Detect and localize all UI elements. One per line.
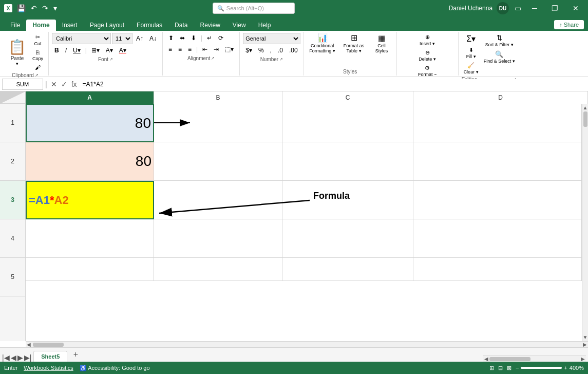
insert-button[interactable]: ⊕ Insert ▾ (416, 33, 439, 47)
row-header-5[interactable]: 5 (0, 258, 25, 296)
sheet-h-scrollbar[interactable]: ◀ ▶ (483, 356, 586, 362)
bold-button[interactable]: B (52, 45, 62, 55)
cell-b4[interactable] (154, 219, 282, 258)
scroll-down-button[interactable]: ▼ (583, 334, 588, 340)
zoom-out-button[interactable]: − (516, 365, 519, 371)
row-header-1[interactable]: 1 (0, 104, 25, 142)
clear-button[interactable]: 🧹 Clear ▾ (462, 61, 481, 76)
italic-button[interactable]: I (63, 45, 69, 55)
alignment-expand-icon[interactable]: ↗ (211, 56, 215, 61)
sheet-first-icon[interactable]: |◀ (2, 353, 10, 362)
percent-button[interactable]: % (256, 45, 267, 55)
tab-formulas[interactable]: Formulas (130, 20, 168, 31)
conditional-formatting-button[interactable]: 📊 Conditional Formatting ▾ (307, 33, 338, 53)
share-button[interactable]: ↑ Share (554, 20, 584, 29)
align-right-button[interactable]: ≡ (185, 44, 194, 54)
customize-icon[interactable]: ▾ (52, 3, 59, 13)
redo-icon[interactable]: ↷ (41, 3, 50, 13)
fill-color-button[interactable]: A▾ (103, 45, 116, 55)
view-layout-icon[interactable]: ⊟ (498, 365, 503, 371)
merge-button[interactable]: ⬚▾ (222, 44, 236, 54)
cell-a1[interactable]: 80 (26, 104, 154, 142)
zoom-slider[interactable] (521, 367, 562, 369)
cell-b2[interactable] (154, 142, 282, 181)
format-as-table-button[interactable]: ⊞ Format as Table ▾ (340, 33, 368, 53)
cell-styles-button[interactable]: ▦ Cell Styles (370, 33, 393, 53)
scroll-up-button[interactable]: ▲ (583, 105, 588, 110)
delete-button[interactable]: ⊖ Delete ▾ (416, 48, 439, 63)
increase-indent-button[interactable]: ⇥ (211, 44, 221, 54)
sort-filter-button[interactable]: ⇅ Sort & Filter ▾ (482, 33, 517, 48)
cell-d5[interactable] (413, 258, 582, 281)
user-avatar[interactable]: DU (497, 2, 509, 14)
add-sheet-button[interactable]: + (69, 348, 82, 361)
formula-input[interactable] (81, 79, 586, 90)
align-middle-button[interactable]: ⬌ (177, 33, 187, 43)
number-expand-icon[interactable]: ↗ (279, 57, 283, 62)
cell-b5[interactable] (154, 258, 282, 281)
align-left-button[interactable]: ≡ (166, 44, 175, 54)
workbook-statistics[interactable]: Workbook Statistics (24, 365, 73, 371)
tab-file[interactable]: File (4, 20, 26, 31)
font-size-increase-button[interactable]: A↑ (134, 33, 146, 44)
cell-d1[interactable] (413, 104, 582, 142)
align-center-button[interactable]: ≡ (176, 44, 184, 54)
col-header-d[interactable]: D (413, 91, 588, 104)
search-box[interactable]: 🔍 Search (Alt+Q) (213, 3, 295, 14)
sheet-scroll-left[interactable]: ◀ (484, 356, 488, 362)
vertical-scrollbar[interactable]: ▲ ▼ (582, 104, 588, 341)
cell-c1[interactable] (282, 104, 413, 142)
paste-button[interactable]: 📋 Paste ▾ (5, 36, 29, 68)
cell-c5[interactable] (282, 258, 413, 281)
cell-c4[interactable] (282, 219, 413, 258)
col-header-a[interactable]: A (26, 91, 154, 104)
row-header-3[interactable]: 3 (0, 181, 25, 219)
tab-help[interactable]: Help (252, 20, 277, 31)
sheet-tab-sheet5[interactable]: Sheet5 (33, 351, 67, 362)
copy-button[interactable]: ⎘ Copy (30, 48, 45, 62)
scroll-left-button[interactable]: ◀ (27, 342, 31, 347)
save-icon[interactable]: 💾 (15, 3, 27, 13)
cell-a2[interactable]: 80 (26, 142, 154, 181)
tab-insert[interactable]: Insert (56, 20, 84, 31)
cell-b1[interactable] (154, 104, 282, 142)
cell-d4[interactable] (413, 219, 582, 258)
tab-page-layout[interactable]: Page Layout (84, 20, 130, 31)
sheet-last-icon[interactable]: ▶| (24, 353, 32, 362)
row-header-2[interactable]: 2 (0, 142, 25, 181)
number-format-select[interactable]: General (243, 33, 300, 44)
fill-button[interactable]: ⬇ Fill ▾ (462, 46, 481, 60)
sheet-prev-icon[interactable]: ◀ (11, 353, 16, 362)
view-normal-icon[interactable]: ⊞ (489, 365, 494, 371)
cell-d2[interactable] (413, 142, 582, 181)
close-button[interactable]: ✕ (567, 2, 584, 14)
comma-button[interactable]: , (268, 45, 274, 55)
zoom-in-button[interactable]: + (564, 365, 567, 371)
ribbon-display-icon[interactable]: ▭ (513, 3, 523, 13)
align-bottom-button[interactable]: ⬇ (188, 33, 199, 43)
confirm-formula-button[interactable]: ✓ (60, 80, 69, 88)
font-expand-icon[interactable]: ↗ (109, 57, 113, 62)
horizontal-scrollbar[interactable]: ◀ ▶ (26, 341, 588, 347)
sheet-scroll-thumb[interactable] (489, 357, 530, 361)
decrease-decimal-button[interactable]: .0 (275, 45, 286, 55)
tab-view[interactable]: View (226, 20, 252, 31)
scroll-right-button[interactable]: ▶ (583, 342, 587, 347)
find-select-button[interactable]: 🔍 Find & Select ▾ (482, 49, 517, 65)
insert-function-button[interactable]: fx (70, 80, 79, 88)
sheet-scroll-right[interactable]: ▶ (581, 356, 585, 362)
cancel-formula-button[interactable]: ✕ (49, 80, 59, 88)
view-pagebreak-icon[interactable]: ⊠ (507, 365, 511, 371)
minimize-button[interactable]: ─ (527, 2, 542, 14)
col-header-c[interactable]: C (282, 91, 413, 104)
underline-button[interactable]: U▾ (70, 45, 83, 55)
row-header-4[interactable]: 4 (0, 219, 25, 258)
clipboard-expand-icon[interactable]: ↗ (35, 73, 39, 78)
sheet-nav-left[interactable]: |◀ ◀ ▶ ▶| (2, 353, 31, 362)
sheet-next-icon[interactable]: ▶ (17, 353, 23, 362)
wrap-text-button[interactable]: ↵ (204, 33, 215, 43)
orientation-button[interactable]: ⟳ (216, 33, 226, 43)
tab-home[interactable]: Home (26, 20, 55, 31)
cut-button[interactable]: ✂ Cut (30, 33, 45, 47)
tab-review[interactable]: Review (194, 20, 226, 31)
